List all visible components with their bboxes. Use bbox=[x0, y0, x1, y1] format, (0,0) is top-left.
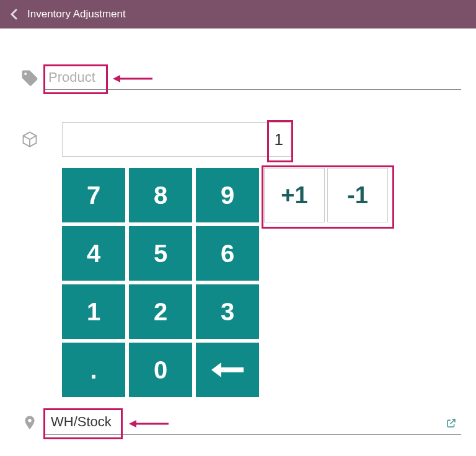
chevron-left-icon bbox=[11, 9, 17, 20]
product-row: Product bbox=[15, 66, 461, 90]
tag-icon bbox=[15, 69, 45, 87]
backspace-arrow-icon bbox=[210, 361, 245, 379]
key-1[interactable]: 1 bbox=[62, 284, 125, 339]
location-row: WH/Stock bbox=[15, 410, 461, 435]
annotation-arrow-icon bbox=[112, 73, 154, 84]
page-title: Inventory Adjustment bbox=[27, 8, 126, 20]
location-value: WH/Stock bbox=[51, 414, 112, 430]
increment-button[interactable]: +1 bbox=[264, 168, 325, 222]
key-0[interactable]: 0 bbox=[129, 343, 192, 397]
external-link-icon[interactable] bbox=[446, 416, 456, 432]
back-button[interactable] bbox=[6, 7, 21, 22]
keypad-row: 7 8 9 4 5 6 1 2 3 . 0 +1 -1 bbox=[15, 168, 461, 397]
product-placeholder: Product bbox=[48, 69, 95, 86]
key-9[interactable]: 9 bbox=[196, 168, 259, 222]
key-5[interactable]: 5 bbox=[129, 226, 192, 281]
key-dot[interactable]: . bbox=[62, 343, 125, 397]
app-header: Inventory Adjustment bbox=[0, 0, 476, 28]
product-input[interactable]: Product bbox=[45, 66, 461, 90]
location-input[interactable]: WH/Stock bbox=[45, 410, 461, 435]
cube-icon bbox=[15, 131, 45, 148]
location-pin-icon bbox=[15, 413, 45, 432]
keypad-area: 7 8 9 4 5 6 1 2 3 . 0 +1 -1 bbox=[62, 168, 388, 397]
key-6[interactable]: 6 bbox=[196, 226, 259, 281]
key-3[interactable]: 3 bbox=[196, 284, 259, 339]
content: Product 1 7 8 9 4 5 6 1 2 3 . bbox=[0, 28, 476, 447]
annotation-arrow-icon bbox=[128, 418, 170, 429]
quantity-row: 1 bbox=[15, 122, 461, 157]
adjust-buttons: +1 -1 bbox=[264, 168, 388, 397]
decrement-button[interactable]: -1 bbox=[327, 168, 388, 222]
numpad: 7 8 9 4 5 6 1 2 3 . 0 bbox=[62, 168, 259, 397]
key-8[interactable]: 8 bbox=[129, 168, 192, 222]
quantity-value: 1 bbox=[275, 130, 283, 149]
quantity-input[interactable]: 1 bbox=[62, 122, 291, 157]
key-7[interactable]: 7 bbox=[62, 168, 125, 222]
key-4[interactable]: 4 bbox=[62, 226, 125, 281]
key-2[interactable]: 2 bbox=[129, 284, 192, 339]
key-backspace[interactable] bbox=[196, 343, 259, 397]
